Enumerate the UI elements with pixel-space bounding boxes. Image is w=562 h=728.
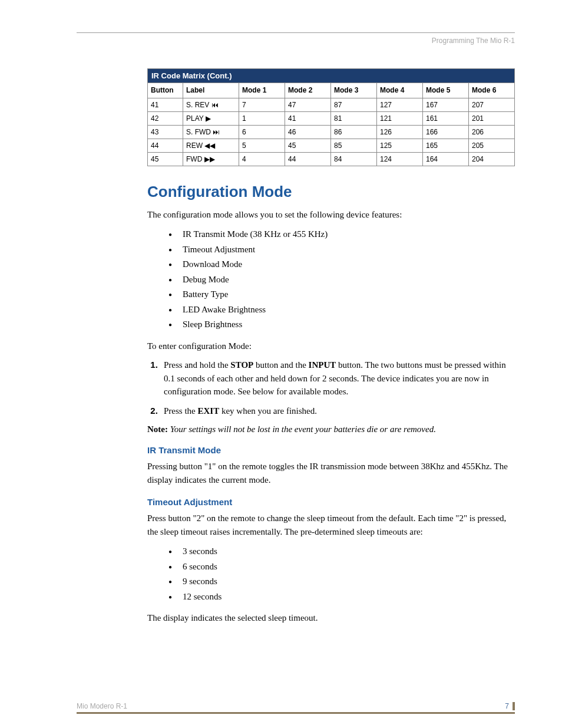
config-note: Note: Your settings will not be lost in … — [147, 424, 515, 434]
list-item: Sleep Brightness — [183, 317, 515, 332]
list-item: Debug Mode — [183, 272, 515, 288]
timeout-intro: Press button "2" on the remote to change… — [147, 512, 515, 538]
footer-doc-name: Mio Modero R-1 — [77, 702, 127, 710]
list-item: LED Awake Brightness — [183, 302, 515, 318]
step-1: Press and hold the STOP button and the I… — [160, 358, 515, 398]
enter-config-label: To enter configuration Mode: — [147, 340, 515, 353]
ir-transmit-heading: IR Transmit Mode — [147, 445, 515, 455]
page-header-section: Programming The Mio R-1 — [77, 37, 515, 45]
list-item: Download Mode — [183, 257, 515, 272]
table-row: 42PLAY ▶14181121161201 — [148, 111, 515, 125]
table-row: 45FWD ▶▶44484124164204 — [148, 152, 515, 166]
config-steps: Press and hold the STOP button and the I… — [147, 358, 515, 417]
step-2: Press the EXIT key when you are finished… — [160, 404, 515, 418]
list-item: 3 seconds — [183, 544, 515, 559]
config-intro: The configuration mode allows you to set… — [147, 208, 515, 222]
timeout-outro: The display indicates the selected sleep… — [147, 611, 515, 625]
table-row: 44REW ◀◀54585125165205 — [148, 139, 515, 152]
list-item: 9 seconds — [183, 574, 515, 589]
config-mode-heading: Configuration Mode — [147, 183, 515, 201]
play-icon: ▶ — [206, 114, 211, 123]
timeout-heading: Timeout Adjustment — [147, 497, 515, 507]
table-row: 41S. REV ⏮74787127167207 — [148, 98, 515, 111]
timeout-list: 3 seconds6 seconds9 seconds12 seconds — [147, 544, 515, 604]
table-title: IR Code Matrix (Cont.) — [148, 69, 515, 83]
skip-prev-icon: ⏮ — [211, 101, 219, 109]
footer-page-number: 7 — [505, 702, 515, 710]
ir-code-matrix-table: IR Code Matrix (Cont.) Button Label Mode… — [147, 68, 515, 166]
list-item: 12 seconds — [183, 589, 515, 605]
list-item: Battery Type — [183, 287, 515, 302]
ffwd-icon: ▶▶ — [204, 155, 215, 163]
rew-icon: ◀◀ — [204, 141, 215, 150]
skip-next-icon: ⏭ — [213, 128, 220, 136]
table-row: 43S. FWD ⏭64686126166206 — [148, 125, 515, 139]
feature-list: IR Transmit Mode (38 KHz or 455 KHz)Time… — [147, 227, 515, 332]
table-header-row: Button Label Mode 1 Mode 2 Mode 3 Mode 4… — [148, 83, 515, 98]
list-item: 6 seconds — [183, 559, 515, 575]
ir-transmit-body: Pressing button "1" on the remote toggle… — [147, 460, 515, 486]
list-item: Timeout Adjustment — [183, 242, 515, 258]
list-item: IR Transmit Mode (38 KHz or 455 KHz) — [183, 227, 515, 242]
